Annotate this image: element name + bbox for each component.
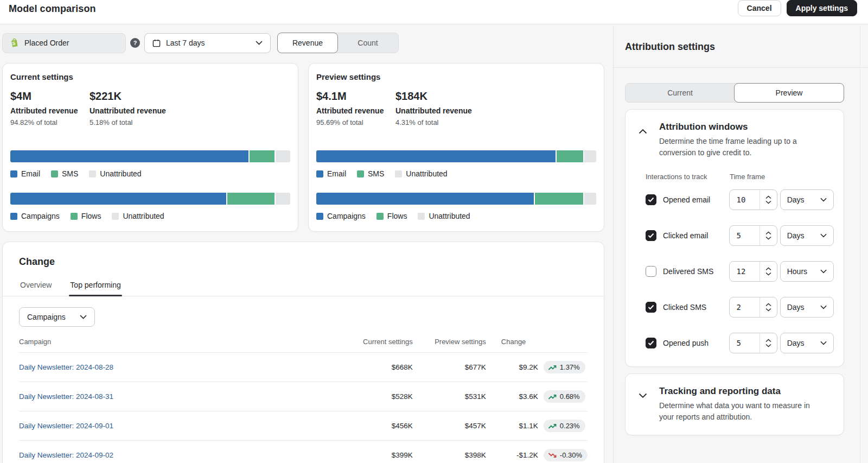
interaction-label: Opened push [663,339,709,347]
timeframe-unit-select[interactable]: Days [780,189,834,210]
check-icon [648,233,654,238]
campaign-link[interactable]: Daily Newsletter: 2024-09-01 [19,422,113,430]
timeframe-unit-select[interactable]: Days [780,297,834,318]
stepper-up-icon[interactable] [765,231,771,235]
date-range-select[interactable]: Last 7 days [144,33,271,53]
legend-item-sms: SMS [357,169,384,178]
divider [614,67,868,68]
bar-segment-campaigns [316,193,534,205]
conversion-metric-chip[interactable]: S Placed Order [2,33,126,53]
opened-push-checkbox[interactable] [646,338,656,348]
timeframe-unit-select[interactable]: Hours [780,261,834,282]
stat-value: $184K [395,90,472,103]
trend-up-icon [548,394,557,400]
legend-swatch [112,213,119,220]
stepper-down-icon[interactable] [765,272,771,276]
tab-overview[interactable]: Overview [19,277,53,296]
stepper-up-icon[interactable] [765,303,771,307]
timeframe-number-input[interactable]: 5 [729,333,777,353]
number-stepper[interactable] [760,297,777,317]
stat-share: 94.82% of total [10,118,82,126]
stepper-down-icon[interactable] [765,200,771,204]
group-by-value: Campaigns [27,313,74,321]
legend-swatch [395,170,402,177]
timeframe-number-input[interactable]: 12 [729,261,777,282]
card-title: Current settings [10,72,290,81]
timeframe-value: 5 [730,333,760,353]
preview-value: $677K [413,353,486,382]
campaign-link[interactable]: Daily Newsletter: 2024-08-28 [19,363,113,371]
clicked-email-checkbox[interactable] [646,230,656,241]
preview-value: $398K [413,441,486,463]
clicked-sms-checkbox[interactable] [646,302,656,313]
current-value: $456K [348,411,413,441]
stepper-down-icon[interactable] [765,344,771,347]
timeframe-unit-select[interactable]: Days [780,225,834,246]
section-description: Determine the time frame leading up to a… [659,136,820,158]
legend-item-unattributed: Unattributed [112,212,164,220]
check-icon [648,340,654,346]
attribution-window-row: Opened push 5 Days [646,333,834,353]
timeframe-number-input[interactable]: 5 [729,225,777,246]
apply-settings-button[interactable]: Apply settings [787,0,857,16]
chevron-down-icon [820,341,827,345]
number-stepper[interactable] [760,333,777,353]
col-timeframe-label: Time frame [730,173,765,181]
toggle-option-current[interactable]: Current [626,84,735,102]
stepper-up-icon[interactable] [765,339,771,343]
chevron-down-icon [639,393,647,398]
unattributed-revenue-stat: $221K Unattributed revenue 5.18% of tota… [90,90,174,126]
change-percent: -0.30% [560,451,582,459]
legend-item-unattributed: Unattributed [89,169,141,178]
channel-stacked-bar [316,150,596,162]
trend-up-icon [548,423,557,429]
shopify-bag-icon: S [9,38,19,48]
interaction-label: Clicked SMS [663,303,706,312]
change-badge: 1.37% [544,361,585,373]
timeframe-number-input[interactable]: 10 [729,189,777,210]
legend-swatch [376,213,384,220]
trend-down-icon [548,452,557,459]
stepper-up-icon[interactable] [765,267,771,271]
opened-email-checkbox[interactable] [646,194,656,205]
section-title: Attribution windows [659,122,820,132]
accordion-texts: Attribution windows Determine the time f… [659,122,820,158]
group-by-select[interactable]: Campaigns [19,307,95,327]
stat-share: 95.69% of total [316,118,388,126]
number-stepper[interactable] [760,226,777,245]
legend-item-unattributed: Unattributed [418,212,470,220]
change-percent: 0.23% [560,422,580,430]
scrollbar-track[interactable] [860,25,860,463]
attribution-settings-panel: Attribution settings Current Preview Att… [614,25,868,463]
toggle-option-preview[interactable]: Preview [734,83,844,103]
legend-swatch [357,170,364,177]
chevron-up-icon [639,129,647,134]
change-delta: -$1.2K [486,451,538,459]
cancel-button[interactable]: Cancel [738,0,781,16]
stepper-down-icon[interactable] [765,236,771,240]
stepper-up-icon[interactable] [765,195,771,199]
delivered-sms-checkbox[interactable] [646,266,656,277]
toggle-option-count[interactable]: Count [337,33,398,53]
attributed-revenue-stat: $4M Attributed revenue 94.82% of total [10,90,90,126]
number-stepper[interactable] [760,190,777,210]
campaign-link[interactable]: Daily Newsletter: 2024-09-02 [19,451,113,459]
col-current-settings: Current settings [348,332,413,353]
legend-swatch [71,213,78,220]
collapse-button[interactable] [636,125,649,138]
toggle-option-revenue[interactable]: Revenue [277,33,338,53]
legend-swatch [51,170,58,177]
number-stepper[interactable] [760,262,777,281]
campaign-link[interactable]: Daily Newsletter: 2024-08-31 [19,392,113,401]
expand-button[interactable] [636,389,649,402]
preview-settings-card: Preview settings $4.1M Attributed revenu… [308,63,604,232]
timeframe-number-input[interactable]: 2 [729,297,777,318]
help-icon[interactable]: ? [130,38,140,48]
current-value: $399K [348,441,413,463]
unit-value: Days [787,195,820,204]
timeframe-unit-select[interactable]: Days [780,333,834,353]
legend-swatch [316,170,323,177]
tab-top-performing[interactable]: Top performing [69,277,122,296]
legend-item-email: Email [10,169,40,178]
stepper-down-icon[interactable] [765,308,771,312]
